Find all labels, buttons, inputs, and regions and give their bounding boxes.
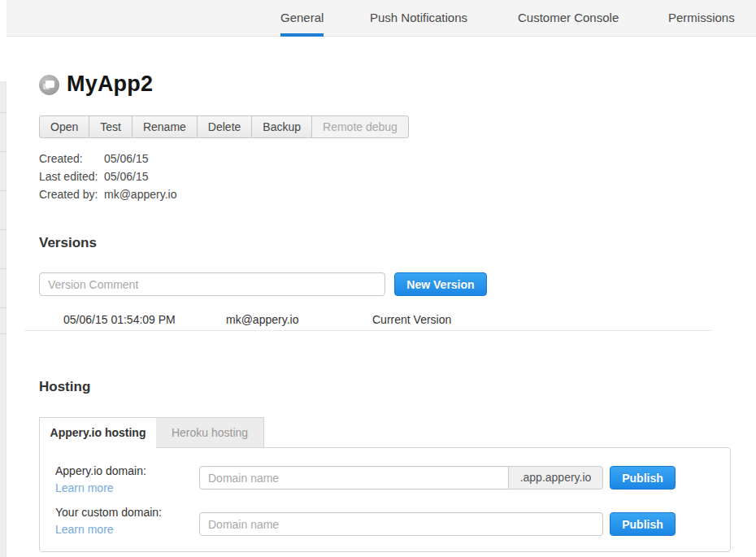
version-comment-input[interactable] [39, 272, 385, 296]
tab-customer-console-label: Customer Console [518, 11, 619, 24]
sidebar-row-divider [0, 268, 7, 269]
publish-appery-domain-button[interactable]: Publish [610, 466, 676, 490]
rename-button[interactable]: Rename [132, 115, 198, 138]
hosting-panel [39, 447, 731, 552]
appery-domain-suffix: .app.appery.io [508, 466, 603, 490]
publish-custom-domain-button[interactable]: Publish [610, 512, 676, 536]
sidebar-row-divider [0, 190, 7, 191]
info-label: Created by: [39, 185, 104, 203]
sidebar-row-divider [0, 307, 7, 308]
tab-appery-hosting[interactable]: Appery.io hosting [39, 417, 157, 448]
new-version-button[interactable]: New Version [394, 272, 487, 296]
custom-domain-learn-more-link[interactable]: Learn more [55, 523, 114, 536]
sidebar-row-divider [0, 229, 7, 230]
apps-sidebar-edge-list [0, 81, 7, 557]
page-title: MyApp2 [67, 72, 153, 97]
custom-domain-input[interactable] [199, 512, 603, 536]
tab-general-label: General [280, 11, 324, 24]
app-icon [39, 75, 59, 95]
appery-domain-learn-more-link[interactable]: Learn more [55, 481, 114, 494]
app-info-block: Created: 05/06/15 Last edited: 05/06/15 … [39, 150, 176, 203]
open-button[interactable]: Open [39, 115, 89, 138]
test-button[interactable]: Test [89, 115, 133, 138]
info-label: Created: [39, 150, 104, 168]
apps-sidebar-edge [0, 0, 7, 557]
app-action-group: Open Test Rename Delete Backup Remote de… [39, 115, 409, 138]
version-status: Current Version [372, 308, 451, 331]
versions-heading: Versions [39, 235, 97, 251]
version-author: mk@appery.io [226, 308, 298, 331]
sidebar-row-divider [0, 112, 7, 113]
appery-domain-label: Appery.io domain: [55, 464, 146, 477]
tab-heroku-hosting[interactable]: Heroku hosting [156, 417, 264, 447]
appery-domain-input[interactable] [199, 466, 509, 490]
tab-push-notifications-label: Push Notifications [370, 11, 467, 24]
tab-push-notifications[interactable]: Push Notifications [370, 0, 467, 37]
info-value: 05/06/15 [104, 168, 149, 185]
info-label: Last edited: [39, 168, 104, 185]
tab-general[interactable]: General [280, 0, 324, 37]
hosting-heading: Hosting [39, 379, 90, 395]
sidebar-row-divider [0, 151, 7, 152]
info-row-created: Created: 05/06/15 [39, 150, 176, 168]
info-row-created-by: Created by: mk@appery.io [39, 185, 176, 203]
tab-permissions[interactable]: Permissions [668, 0, 735, 37]
delete-button[interactable]: Delete [197, 115, 252, 138]
tab-customer-console[interactable]: Customer Console [518, 0, 619, 37]
info-row-last-edited: Last edited: 05/06/15 [39, 168, 176, 185]
tab-permissions-label: Permissions [668, 11, 735, 24]
version-date: 05/06/15 01:54:09 PM [63, 308, 176, 331]
app-icon-window-front [46, 81, 54, 88]
remote-debug-button: Remote debug [311, 115, 409, 138]
sidebar-row-divider [0, 333, 7, 334]
top-tabs-bar: General Push Notifications Customer Cons… [7, 0, 756, 37]
custom-domain-label: Your custom domain: [55, 506, 162, 519]
version-row: 05/06/15 01:54:09 PM mk@appery.io Curren… [24, 308, 711, 331]
backup-button[interactable]: Backup [251, 115, 312, 138]
info-value: 05/06/15 [104, 150, 149, 168]
active-tab-underline [280, 33, 324, 37]
info-value: mk@appery.io [104, 185, 176, 203]
